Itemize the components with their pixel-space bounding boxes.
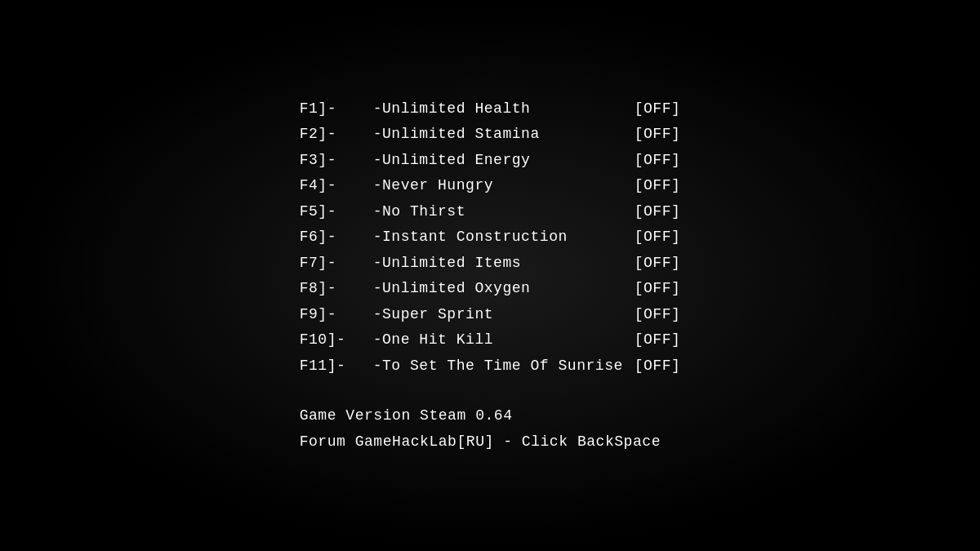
- cheat-description: -Unlimited Items: [373, 251, 635, 277]
- cheat-key: F1]-: [300, 96, 373, 122]
- cheat-key: F3]-: [300, 148, 373, 174]
- cheat-status: [OFF]: [635, 122, 681, 148]
- cheat-key: F8]-: [300, 276, 373, 302]
- cheat-key: F10]-: [300, 327, 373, 353]
- cheat-status: [OFF]: [635, 96, 681, 122]
- cheat-row[interactable]: F7]--Unlimited Items[OFF]: [300, 251, 681, 277]
- cheat-status: [OFF]: [635, 224, 681, 251]
- cheat-description: -Unlimited Energy: [373, 148, 635, 174]
- cheat-key: F7]-: [300, 251, 373, 277]
- cheat-description: -Super Sprint: [373, 302, 635, 328]
- cheat-key: F9]-: [300, 302, 373, 328]
- cheat-row[interactable]: F5]--No Thirst[OFF]: [300, 199, 681, 225]
- cheat-description: -Unlimited Oxygen: [373, 276, 635, 302]
- cheat-status: [OFF]: [635, 199, 681, 225]
- cheat-key: F4]-: [300, 173, 373, 199]
- footer-line-1: Game Version Steam 0.64: [300, 403, 681, 429]
- cheat-row[interactable]: F4]--Never Hungry[OFF]: [300, 173, 681, 199]
- cheat-row[interactable]: F3]--Unlimited Energy[OFF]: [300, 148, 681, 174]
- cheat-key: F11]-: [300, 353, 373, 380]
- footer: Game Version Steam 0.64 Forum GameHackLa…: [300, 403, 681, 455]
- cheat-row[interactable]: F8]--Unlimited Oxygen[OFF]: [300, 276, 681, 302]
- cheat-description: -Never Hungry: [373, 173, 635, 199]
- cheat-menu: F1]--Unlimited Health[OFF]F2]--Unlimited…: [267, 80, 714, 472]
- cheat-status: [OFF]: [635, 148, 681, 174]
- cheat-status: [OFF]: [635, 173, 681, 199]
- footer-line-2: Forum GameHackLab[RU] - Click BackSpace: [300, 429, 681, 455]
- cheat-description: -Unlimited Stamina: [373, 122, 635, 148]
- cheat-key: F6]-: [300, 224, 373, 251]
- cheat-key: F2]-: [300, 122, 373, 148]
- cheat-description: -Unlimited Health: [373, 96, 635, 122]
- screen: F1]--Unlimited Health[OFF]F2]--Unlimited…: [0, 0, 980, 551]
- cheat-key: F5]-: [300, 199, 373, 225]
- cheat-status: [OFF]: [635, 276, 681, 302]
- cheat-description: -No Thirst: [373, 199, 635, 225]
- cheat-description: -Instant Construction: [373, 224, 635, 251]
- cheat-row[interactable]: F11]--To Set The Time Of Sunrise[OFF]: [300, 353, 681, 380]
- cheat-row[interactable]: F10]--One Hit Kill[OFF]: [300, 327, 681, 353]
- cheat-description: -To Set The Time Of Sunrise: [373, 353, 635, 380]
- cheat-row[interactable]: F1]--Unlimited Health[OFF]: [300, 96, 681, 122]
- cheat-row[interactable]: F2]--Unlimited Stamina[OFF]: [300, 122, 681, 148]
- cheat-row[interactable]: F6]--Instant Construction[OFF]: [300, 224, 681, 251]
- cheat-status: [OFF]: [635, 353, 681, 380]
- cheat-description: -One Hit Kill: [373, 327, 635, 353]
- cheat-status: [OFF]: [635, 327, 681, 353]
- cheat-status: [OFF]: [635, 302, 681, 328]
- cheat-status: [OFF]: [635, 251, 681, 277]
- cheat-row[interactable]: F9]--Super Sprint[OFF]: [300, 302, 681, 328]
